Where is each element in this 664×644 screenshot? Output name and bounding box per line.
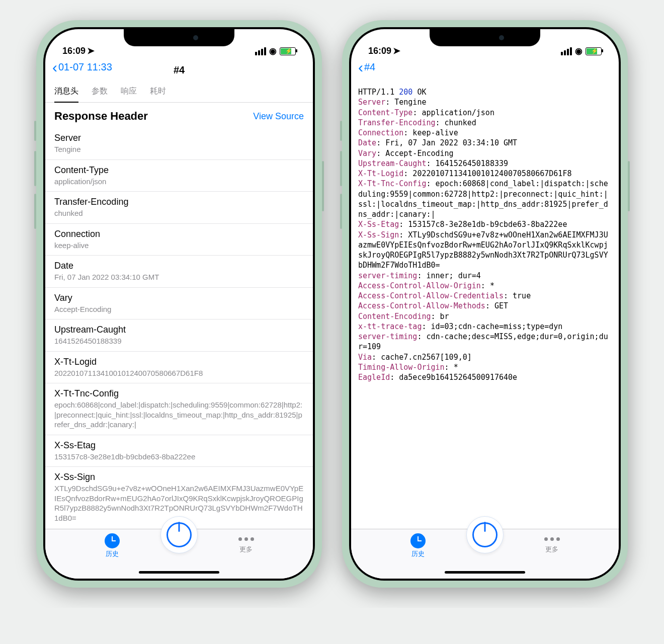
header-row[interactable]: VaryAccept-Encoding: [45, 287, 313, 319]
more-icon: [238, 537, 254, 541]
tab-timing[interactable]: 耗时: [150, 86, 166, 102]
raw-line: x-tt-trace-tag: id=03;cdn-cache=miss;typ…: [358, 321, 612, 332]
header-list[interactable]: ServerTengineContent-Typeapplication/jso…: [45, 128, 313, 529]
header-value: 1641526450188339: [54, 336, 304, 346]
clock-icon: [105, 533, 120, 548]
home-indicator[interactable]: [445, 571, 525, 574]
header-key: Upstream-Caught: [54, 325, 304, 335]
header-row[interactable]: X-Tt-Logid202201071134100101240070580667…: [45, 351, 313, 383]
raw-line: Access-Control-Allow-Credentials: true: [358, 291, 612, 301]
raw-line: Access-Control-Allow-Methods: GET: [358, 301, 612, 311]
raw-line: X-Ss-Etag: 153157c8-3e28e1db-b9cbde63-8b…: [358, 219, 612, 229]
battery-icon: ⚡: [280, 47, 296, 55]
header-row[interactable]: X-Tt-Tnc-Configepoch:60868|cond_label:|d…: [45, 383, 313, 435]
raw-line: Via: cache7.cn2567[109,0]: [358, 352, 612, 362]
nav-title: #4: [174, 64, 185, 76]
raw-source-view[interactable]: HTTP/1.1 200 OKServer: TengineContent-Ty…: [351, 82, 619, 529]
header-value: keep-alive: [54, 240, 304, 251]
back-button[interactable]: ‹ #4: [358, 61, 375, 73]
tabbar-history[interactable]: 历史: [82, 533, 142, 558]
status-time: 16:09➤: [368, 45, 400, 56]
status-time: 16:09➤: [62, 45, 95, 56]
chevron-left-icon: ‹: [52, 62, 57, 73]
header-row[interactable]: Connectionkeep-alive: [45, 223, 313, 256]
raw-line: Connection: keep-alive: [358, 128, 612, 138]
raw-line: Content-Type: application/json: [358, 108, 612, 118]
tab-headers[interactable]: 消息头: [54, 86, 78, 103]
tabbar-history[interactable]: 历史: [388, 533, 448, 558]
raw-line: Upstream-Caught: 1641526450188339: [358, 158, 612, 169]
power-icon: [167, 522, 192, 547]
wifi-icon: ◉: [575, 46, 583, 56]
header-row[interactable]: Content-Typeapplication/json: [45, 159, 313, 192]
raw-line: server-timing: cdn-cache;desc=MISS,edge;…: [358, 332, 612, 352]
raw-line: X-Ss-Sign: XTLy9DschdSG9u+e7v8z+wOOneH1X…: [358, 230, 612, 271]
view-source-link[interactable]: View Source: [253, 111, 304, 122]
cellular-icon: [255, 47, 266, 55]
tabbar-more[interactable]: 更多: [522, 533, 582, 554]
raw-line: server-timing: inner; dur=4: [358, 271, 612, 281]
power-icon: [472, 522, 497, 547]
raw-line: X-Tt-Tnc-Config: epoch:60868|cond_label:…: [358, 179, 612, 219]
raw-line: Content-Encoding: br: [358, 311, 612, 321]
tab-bar: 历史 更多: [45, 529, 313, 579]
back-label: 01-07 11:33: [58, 61, 112, 73]
notch: [124, 29, 234, 46]
raw-line: HTTP/1.1 200 OK: [358, 87, 612, 97]
tab-response[interactable]: 响应: [121, 86, 137, 102]
tab-bar: 历史 更多: [351, 529, 619, 579]
header-key: Vary: [54, 293, 304, 303]
more-icon: [544, 537, 560, 541]
header-value: Tengine: [54, 144, 304, 154]
raw-line: Date: Fri, 07 Jan 2022 03:34:10 GMT: [358, 138, 612, 148]
header-key: X-Tt-Tnc-Config: [54, 388, 304, 399]
tabbar-more[interactable]: 更多: [216, 533, 276, 554]
battery-icon: ⚡: [586, 47, 602, 55]
header-value: chunked: [54, 208, 304, 218]
location-icon: ➤: [393, 45, 400, 56]
clock-icon: [410, 533, 426, 548]
nav-bar: ‹ 01-07 11:33 #4: [45, 58, 313, 82]
nav-bar: ‹ #4: [351, 58, 619, 82]
chevron-left-icon: ‹: [358, 62, 363, 73]
header-key: Date: [54, 261, 304, 271]
raw-line: X-Tt-Logid: 2022010711341001012400705806…: [358, 169, 612, 179]
power-button[interactable]: [160, 516, 198, 553]
header-key: X-Tt-Logid: [54, 357, 304, 367]
header-row[interactable]: X-Ss-Etag153157c8-3e28e1db-b9cbde63-8ba2…: [45, 435, 313, 467]
header-value: 153157c8-3e28e1db-b9cbde63-8ba222ee: [54, 452, 304, 462]
raw-line: Server: Tengine: [358, 97, 612, 107]
header-value: epoch:60868|cond_label:|dispatch:|schedu…: [54, 400, 304, 430]
header-key: Server: [54, 133, 304, 143]
cellular-icon: [561, 47, 572, 55]
raw-line: Vary: Accept-Encoding: [358, 148, 612, 158]
raw-line: EagleId: da5ece9b16415264500917640e: [358, 372, 612, 382]
header-key: Content-Type: [54, 165, 304, 176]
header-key: Transfer-Encoding: [54, 197, 304, 207]
header-value: application/json: [54, 177, 304, 187]
header-row[interactable]: DateFri, 07 Jan 2022 03:34:10 GMT: [45, 255, 313, 287]
header-value: 202201071134100101240070580667D61F8: [54, 368, 304, 378]
notch: [430, 29, 540, 46]
home-indicator[interactable]: [139, 571, 219, 574]
header-row[interactable]: ServerTengine: [45, 128, 313, 159]
header-value: Fri, 07 Jan 2022 03:34:10 GMT: [54, 272, 304, 282]
phone-frame-right: 16:09➤ ◉ ⚡ ‹ #4 HTTP/1.1 200 OKServer: T…: [342, 20, 628, 588]
power-button[interactable]: [466, 516, 504, 553]
segment-tabs: 消息头 参数 响应 耗时: [45, 82, 313, 103]
raw-line: Transfer-Encoding: chunked: [358, 118, 612, 128]
header-value: Accept-Encoding: [54, 304, 304, 314]
back-label: #4: [364, 61, 375, 73]
header-key: X-Ss-Sign: [54, 472, 304, 482]
header-row[interactable]: Upstream-Caught1641526450188339: [45, 319, 313, 351]
wifi-icon: ◉: [269, 46, 277, 56]
raw-line: Timing-Allow-Origin: *: [358, 362, 612, 372]
section-title: Response Header: [54, 110, 148, 123]
header-key: Connection: [54, 229, 304, 239]
header-key: X-Ss-Etag: [54, 440, 304, 451]
raw-line: Access-Control-Allow-Origin: *: [358, 281, 612, 291]
location-icon: ➤: [87, 45, 95, 56]
header-row[interactable]: Transfer-Encodingchunked: [45, 191, 313, 223]
back-button[interactable]: ‹ 01-07 11:33: [52, 61, 112, 73]
tab-params[interactable]: 参数: [92, 86, 108, 102]
